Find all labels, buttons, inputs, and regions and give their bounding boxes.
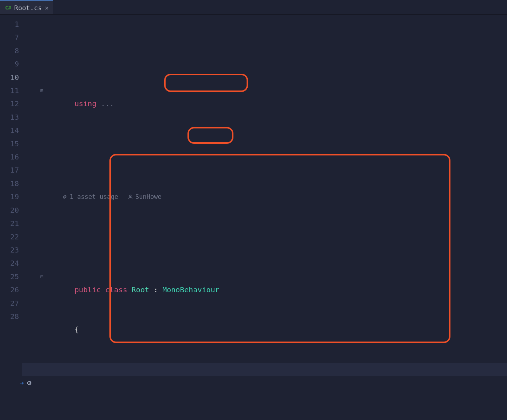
line-number: 7 xyxy=(0,31,22,44)
asset-usage-lens[interactable]: 1 asset usage xyxy=(62,190,118,203)
lens-text: SunHowe xyxy=(135,190,162,203)
line-number: 24 xyxy=(0,257,22,270)
line-number: 14 xyxy=(0,124,22,137)
gear-icon: ⚙ xyxy=(27,376,31,389)
line-number: 1 xyxy=(0,18,22,31)
line-number: 20 xyxy=(0,204,22,217)
csharp-file-icon: C# xyxy=(5,5,11,11)
code-line: { xyxy=(22,310,507,323)
line-number: 25 xyxy=(0,270,22,283)
code-editor[interactable]: 1789101112131415161718192021222324252627… xyxy=(0,15,507,420)
line-number: 18 xyxy=(0,177,22,190)
tab-filename: Root.cs xyxy=(14,4,42,12)
line-number: 23 xyxy=(0,243,22,257)
line-number: 27 xyxy=(0,297,22,310)
link-icon xyxy=(62,194,67,200)
class-name: Root xyxy=(132,285,149,294)
line-number: 26 xyxy=(0,283,22,296)
close-icon[interactable]: × xyxy=(45,4,49,12)
line-number: 12 xyxy=(0,97,22,110)
line-number: 15 xyxy=(0,137,22,150)
code-lens-row[interactable]: 1 asset usage SunHowe xyxy=(22,190,507,203)
brace: { xyxy=(74,325,79,334)
keyword: public xyxy=(74,285,101,294)
file-tab-root-cs[interactable]: C# Root.cs × xyxy=(0,0,53,14)
author-lens[interactable]: SunHowe xyxy=(128,190,162,203)
code-line xyxy=(22,124,507,137)
line-number: 16 xyxy=(0,150,22,163)
line-number: 21 xyxy=(0,217,22,230)
line-number: 8 xyxy=(0,44,22,57)
fold-plus-icon[interactable] xyxy=(40,84,45,89)
tab-bar: C# Root.cs × xyxy=(0,0,507,15)
line-number: 19 xyxy=(0,190,22,203)
base-type: MonoBehaviour xyxy=(162,285,220,294)
keyword-using: using xyxy=(74,99,96,108)
fold-minus-icon[interactable] xyxy=(40,270,45,275)
line-number: 28 xyxy=(0,310,22,323)
line-number: 9 xyxy=(0,57,22,70)
current-line: ➔⚙ xyxy=(22,363,507,376)
code-area[interactable]: using ... 1 asset usage SunHowe public c… xyxy=(22,15,507,420)
execution-arrow-icon: ➔ xyxy=(20,376,24,389)
keyword: class xyxy=(105,285,127,294)
line-number: 22 xyxy=(0,230,22,243)
line-number: 17 xyxy=(0,163,22,177)
line-number: 10 xyxy=(0,71,22,84)
code-line: using ... xyxy=(22,71,507,84)
code-line: public class Root : MonoBehaviour xyxy=(22,257,507,270)
svg-point-0 xyxy=(129,195,131,197)
user-icon xyxy=(128,194,133,200)
punct: : xyxy=(154,285,158,294)
lens-text: 1 asset usage xyxy=(70,190,118,203)
line-number: 13 xyxy=(0,111,22,124)
folded-text: ... xyxy=(101,99,114,108)
line-number-gutter: 1789101112131415161718192021222324252627… xyxy=(0,15,22,420)
line-number: 11 xyxy=(0,84,22,97)
